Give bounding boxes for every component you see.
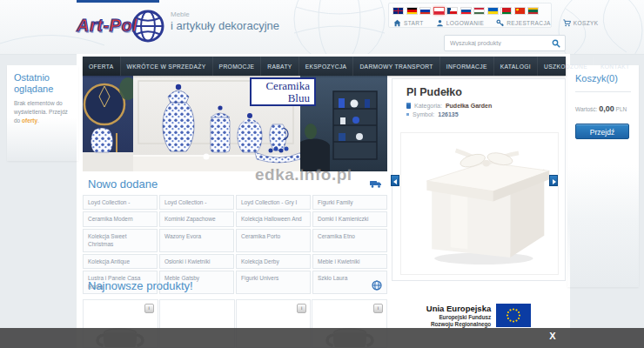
nav-item[interactable]: WKRÓTCE W SPRZEDAŻY <box>120 57 212 76</box>
go-to-cart-button[interactable]: Przejdź <box>575 124 629 139</box>
flag-gb-icon[interactable] <box>393 8 403 14</box>
main-nav: OFERTAWKRÓTCE W SPRZEDAŻYPROMOCJERABATYE… <box>83 57 566 76</box>
nav-item[interactable]: OFERTA <box>83 57 120 76</box>
category-link[interactable]: Osłonki i Kwietniki <box>159 254 234 269</box>
info-icon[interactable] <box>373 304 383 313</box>
info-icon[interactable] <box>297 304 306 313</box>
flag-ua-icon[interactable] <box>488 8 498 14</box>
top-link-label: REJESTRACJA <box>506 20 551 26</box>
header: Art-Pol Meble i artykuły dekoracyjne STA… <box>0 0 644 55</box>
symbol-value: 126135 <box>438 111 458 117</box>
offers-link[interactable]: oferty <box>22 117 37 124</box>
top-link-label: LOGOWANIE <box>446 20 484 26</box>
cart-currency: PLN <box>616 106 627 112</box>
home-icon <box>393 19 401 27</box>
cart-amount: 0,00 <box>599 104 614 113</box>
category-link[interactable]: Figurki Family <box>312 195 387 210</box>
product-image-frame <box>400 132 559 275</box>
top-panel: STARTLOGOWANIEREJESTRACJAKOSZYK <box>388 3 552 28</box>
category-link[interactable]: Kolekcja Sweet Christmas <box>83 229 158 252</box>
nav-item[interactable]: KONTAKT <box>594 57 636 76</box>
category-link[interactable]: Loyd Collection - <box>159 195 234 210</box>
search-input[interactable] <box>445 40 552 46</box>
flag-pl-icon[interactable] <box>434 8 444 14</box>
flag-lt-icon[interactable] <box>528 8 538 14</box>
category-link[interactable]: Loyd Collection - Gry I <box>236 195 311 210</box>
logo[interactable]: Art-Pol <box>77 6 171 46</box>
category-value[interactable]: Pudełka Garden <box>446 103 492 109</box>
category-link[interactable]: Ceramika Porto <box>236 229 311 252</box>
banner-title-line2: Bluu <box>256 92 310 104</box>
new-added-title: Nowo dodane <box>88 177 158 191</box>
eu-text: Unia Europejska Europejski Fundusz Rozwo… <box>426 304 491 328</box>
newest-title: Najnowsze produkty! <box>88 279 193 292</box>
top-link-key[interactable]: REJESTRACJA <box>496 19 551 27</box>
flag-cz-icon[interactable] <box>447 8 457 14</box>
top-link-cart[interactable]: KOSZYK <box>563 19 599 27</box>
cart-value-label: Wartość: <box>575 106 597 112</box>
top-link-label: START <box>404 20 424 26</box>
banner-title-line1: Ceramika <box>256 80 310 92</box>
recently-viewed-text: Brak elementów do wyświetlenia. Przejdź … <box>14 99 71 124</box>
cookie-close-button[interactable]: X <box>547 331 559 341</box>
category-link[interactable]: Loyd Collection - <box>83 195 158 210</box>
product-panel: Pl Pudełko Kategoria: Pudełka Garden Sym… <box>392 78 566 281</box>
flag-hu-icon[interactable] <box>474 8 484 14</box>
banner-image <box>83 76 387 171</box>
search-box <box>444 35 566 51</box>
product-carousel-prev[interactable] <box>391 175 399 186</box>
category-label: Kategoria: <box>414 103 442 109</box>
nav-item[interactable]: RABATY <box>260 57 298 76</box>
top-accent-bar <box>77 0 159 3</box>
nav-item[interactable]: USZKODZONE <box>537 57 594 76</box>
new-added-header: Nowo dodane <box>83 173 387 194</box>
user-icon <box>436 19 444 27</box>
tagline-big: i artykuły dekoracyjne <box>171 19 279 33</box>
nav-item[interactable]: INFORMACJE <box>439 57 493 76</box>
eu-flag-icon <box>496 304 531 327</box>
artpol-homepage: Art-Pol Meble i artykuły dekoracyjne STA… <box>0 0 644 348</box>
nav-item[interactable]: DARMOWY TRANSPORT <box>352 57 439 76</box>
tagline: Meble i artykuły dekoracyjne <box>171 10 279 33</box>
category-link[interactable]: Kolekcja Derby <box>236 254 311 269</box>
banner-slide[interactable]: Ceramika Bluu <box>83 76 387 171</box>
category-link[interactable]: Kominki Zapachowe <box>159 211 234 226</box>
nav-item[interactable]: EKSPOZYCJA <box>299 57 353 76</box>
eu-funding-block: Unia Europejska Europejski Fundusz Rozwo… <box>392 304 566 328</box>
top-links: STARTLOGOWANIEREJESTRACJAKOSZYK <box>393 19 547 27</box>
category-link[interactable]: Wazony Evora <box>159 229 234 252</box>
category-link[interactable]: Meble i Kwietniki <box>312 254 387 269</box>
flag-by-icon[interactable] <box>501 8 511 14</box>
product-title: Pl Pudełko <box>406 86 565 98</box>
top-link-user[interactable]: LOGOWANIE <box>436 19 484 27</box>
top-link-home[interactable]: START <box>393 19 424 27</box>
symbol-label: Symbol: <box>413 111 434 117</box>
bullet-icon <box>406 113 409 116</box>
product-meta: Kategoria: Pudełka Garden Symbol: 126135 <box>406 103 565 117</box>
cart-icon <box>563 19 571 27</box>
category-link[interactable]: Domki I Kamieniczki <box>312 211 387 226</box>
category-link[interactable]: Ceramika Etno <box>312 229 387 252</box>
goto-suffix: . <box>37 117 39 124</box>
flag-cn-icon[interactable] <box>515 8 525 14</box>
cart-panel: Koszyk(0) Wartość: 0,00 PLN Przejdź <box>567 65 639 287</box>
top-link-label: KOSZYK <box>574 20 599 26</box>
category-link[interactable]: Kolekcja Halloween And <box>236 211 311 226</box>
nav-item[interactable]: PROMOCJE <box>212 57 261 76</box>
category-link[interactable]: Ceramika Modern <box>83 211 158 226</box>
search-icon <box>552 39 560 48</box>
flag-sk-icon[interactable] <box>461 8 471 14</box>
flag-de-icon[interactable] <box>407 8 417 14</box>
search-button[interactable] <box>552 39 565 48</box>
tagline-small: Meble <box>171 10 279 19</box>
category-link[interactable]: Kolekcja Antique <box>83 254 158 269</box>
flag-ru-icon[interactable] <box>420 8 430 14</box>
cookie-bar: X <box>0 328 644 348</box>
product-carousel-next[interactable] <box>549 175 558 186</box>
eu-line1: Europejski Fundusz <box>426 314 491 321</box>
eu-title: Unia Europejska <box>426 304 491 314</box>
info-icon[interactable] <box>144 304 154 313</box>
newest-header: Najnowsze produkty! <box>83 275 387 296</box>
nav-item[interactable]: KATALOGI <box>493 57 537 76</box>
recently-viewed-title: Ostatnio oglądane <box>14 72 71 94</box>
